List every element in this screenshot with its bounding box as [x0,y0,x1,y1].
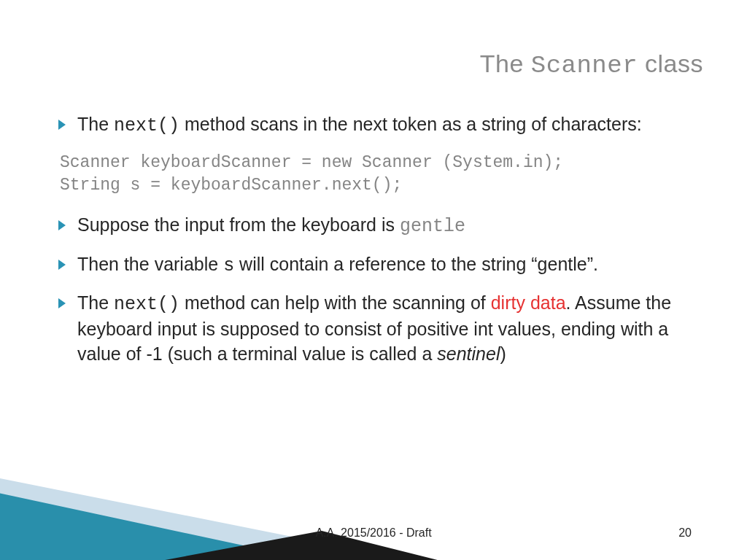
title-post: class [638,50,703,77]
title-pre: The [480,50,531,77]
bullet-icon [58,220,66,230]
bullet-3: Then the variable s will contain a refer… [58,252,700,279]
code-line-1: Scanner keyboardScanner = new Scanner (S… [60,153,563,172]
bullet-icon [58,120,66,130]
code-block: Scanner keyboardScanner = new Scanner (S… [60,152,700,197]
bullet-1: The next() method scans in the next toke… [58,112,700,139]
slide-container: The Scanner class The next() method scan… [0,0,747,560]
slide-title: The Scanner class [480,50,703,79]
bullet-3-text: Then the variable s will contain a refer… [77,252,598,279]
title-mono: Scanner [531,52,638,79]
bullet-2: Suppose the input from the keyboard is g… [58,213,700,239]
bullet-4: The next() method can help with the scan… [58,291,700,366]
code-line-2: String s = keyboardScanner.next(); [60,176,402,195]
bullet-icon [58,260,66,270]
footer-center: A.A. 2015/2016 - Draft [315,526,431,540]
slide-body: The next() method scans in the next toke… [58,112,700,380]
bullet-4-text: The next() method can help with the scan… [77,291,700,366]
bullet-icon [58,298,66,308]
bullet-1-text: The next() method scans in the next toke… [77,112,642,139]
page-number: 20 [678,526,692,540]
bullet-2-text: Suppose the input from the keyboard is g… [77,213,465,239]
